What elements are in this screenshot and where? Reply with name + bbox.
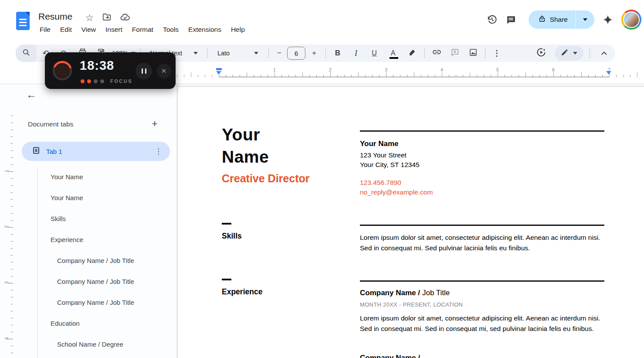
comments-icon[interactable] bbox=[502, 10, 521, 29]
contact-street: 123 Your Street bbox=[360, 151, 407, 159]
section-dash bbox=[222, 279, 231, 280]
increase-font-size-button[interactable]: + bbox=[305, 44, 323, 62]
document-title[interactable]: Resume bbox=[38, 11, 72, 22]
ruler-number: 3 bbox=[385, 67, 387, 72]
menu-edit[interactable]: Edit bbox=[55, 24, 77, 35]
decrease-font-size-button[interactable]: − bbox=[271, 44, 287, 62]
company-name: Company Name / bbox=[360, 289, 420, 297]
resume-name-heading: Your Name bbox=[222, 123, 269, 168]
menu-format[interactable]: Format bbox=[127, 24, 158, 35]
menu-view[interactable]: View bbox=[77, 24, 101, 35]
main-content: 1 2 3 4 ← Document tabs + Tab 1 ⋮ Your N… bbox=[0, 84, 644, 358]
outline-item[interactable]: Experience bbox=[0, 229, 177, 250]
top-bar: Resume ☆ File Edit View Insert Format To… bbox=[0, 0, 644, 42]
insert-image-button[interactable] bbox=[464, 44, 482, 62]
hide-menus-button[interactable] bbox=[593, 44, 615, 62]
outline-item[interactable]: Your Name bbox=[0, 166, 177, 187]
share-button[interactable]: Share bbox=[529, 10, 576, 29]
timer-progress-dial bbox=[52, 61, 72, 81]
contact-phone: 123.456.7890 bbox=[360, 179, 401, 187]
add-tab-button[interactable]: + bbox=[148, 117, 161, 130]
document-page[interactable]: Your Name Creative Director Your Name 12… bbox=[177, 86, 644, 358]
section-dash bbox=[222, 223, 231, 225]
bold-button[interactable]: B bbox=[329, 44, 347, 62]
add-comment-button[interactable] bbox=[446, 44, 464, 62]
skills-heading: Skills bbox=[222, 232, 242, 241]
menu-insert[interactable]: Insert bbox=[101, 24, 127, 35]
more-options-button[interactable]: ⋮ bbox=[488, 44, 505, 62]
timer-close-button[interactable]: ✕ bbox=[156, 64, 171, 78]
font-family-select[interactable]: Lato bbox=[210, 44, 266, 62]
resume-role: Creative Director bbox=[222, 172, 309, 185]
highlight-color-button[interactable] bbox=[403, 44, 422, 62]
contact-email: no_reply@example.com bbox=[360, 188, 433, 196]
chevron-down-icon bbox=[583, 18, 587, 21]
chevron-down-icon bbox=[573, 52, 577, 55]
first-line-indent-marker[interactable] bbox=[216, 68, 222, 70]
timer-session-dots: FOCUS bbox=[81, 78, 132, 84]
gemini-sparkle-icon[interactable] bbox=[600, 10, 615, 29]
tabs-panel-title: Document tabs bbox=[28, 120, 73, 128]
search-icon bbox=[22, 48, 31, 58]
ruler-number: 4 bbox=[4, 334, 9, 343]
account-avatar[interactable] bbox=[621, 10, 641, 30]
left-indent-marker[interactable] bbox=[216, 71, 221, 75]
ruler-number: 6 bbox=[552, 67, 555, 72]
timer-countdown: 18:38 bbox=[80, 58, 114, 73]
star-icon[interactable]: ☆ bbox=[85, 13, 94, 23]
outline-item[interactable]: Company Name / Job Title bbox=[0, 292, 177, 313]
outline-item[interactable]: School Name / Degree bbox=[0, 334, 177, 355]
outline-item[interactable]: Company Name / Job Title bbox=[0, 271, 177, 292]
font-size-input[interactable]: 6 bbox=[287, 47, 305, 60]
text-color-button[interactable]: A bbox=[383, 44, 403, 62]
tab-options-button[interactable]: ⋮ bbox=[147, 147, 170, 156]
move-folder-icon[interactable] bbox=[102, 12, 112, 24]
version-history-icon[interactable] bbox=[482, 10, 502, 29]
avatar-photo bbox=[623, 11, 640, 28]
timer-pause-button[interactable] bbox=[136, 63, 152, 79]
underline-button[interactable]: U bbox=[365, 44, 383, 62]
image-icon bbox=[469, 48, 478, 59]
section-rule bbox=[360, 280, 604, 282]
share-dropdown-button[interactable] bbox=[576, 10, 594, 29]
section-rule bbox=[360, 225, 604, 226]
document-tabs-panel: ← Document tabs + Tab 1 ⋮ Your Name Your… bbox=[0, 84, 177, 358]
google-docs-logo-icon[interactable] bbox=[16, 12, 30, 30]
outline-item[interactable]: Your Name bbox=[0, 187, 177, 208]
menu-tools[interactable]: Tools bbox=[158, 24, 183, 35]
back-arrow-icon: ← bbox=[26, 89, 37, 101]
skills-body: Lorem ipsum dolor sit amet, consectetur … bbox=[360, 232, 605, 253]
focus-timer-widget[interactable]: 18:38 FOCUS ✕ bbox=[45, 52, 176, 89]
cloud-saved-icon[interactable] bbox=[120, 12, 130, 24]
menu-file[interactable]: File bbox=[35, 24, 55, 35]
insert-link-button[interactable] bbox=[427, 44, 446, 62]
job-title: Job Title bbox=[422, 289, 450, 297]
timer-mode-label: FOCUS bbox=[110, 78, 132, 84]
lock-icon bbox=[538, 15, 546, 24]
tab-item-active[interactable]: Tab 1 ⋮ bbox=[22, 142, 170, 161]
ruler-number: 4 bbox=[441, 67, 443, 72]
ruler-number: 3 bbox=[4, 278, 9, 287]
outline-item[interactable]: Education bbox=[0, 313, 177, 334]
editing-mode-select[interactable] bbox=[555, 46, 583, 61]
ruler-number: 5 bbox=[496, 67, 499, 72]
italic-button[interactable]: I bbox=[347, 44, 365, 62]
share-label: Share bbox=[550, 16, 568, 24]
menu-help[interactable]: Help bbox=[226, 24, 250, 35]
comment-add-icon bbox=[451, 48, 459, 59]
outline-item[interactable]: Company Name / Job Title bbox=[0, 250, 177, 271]
close-panel-button[interactable]: ← bbox=[24, 88, 38, 102]
chevron-down-icon bbox=[254, 52, 258, 55]
play-sparkle-icon bbox=[536, 47, 546, 60]
contact-city: Your City, ST 12345 bbox=[360, 161, 420, 169]
experience-entry-title: Company Name /Job Title bbox=[360, 289, 450, 297]
plus-icon: + bbox=[152, 118, 158, 130]
menu-extensions[interactable]: Extensions bbox=[183, 24, 226, 35]
present-motion-button[interactable] bbox=[531, 44, 551, 62]
search-menus-button[interactable] bbox=[16, 44, 37, 62]
outline-item[interactable]: Skills bbox=[0, 208, 177, 229]
close-icon: ✕ bbox=[161, 67, 167, 75]
document-outline: Your Name Your Name Skills Experience Co… bbox=[0, 166, 177, 355]
pencil-icon bbox=[561, 48, 569, 58]
right-indent-marker[interactable] bbox=[606, 71, 611, 75]
